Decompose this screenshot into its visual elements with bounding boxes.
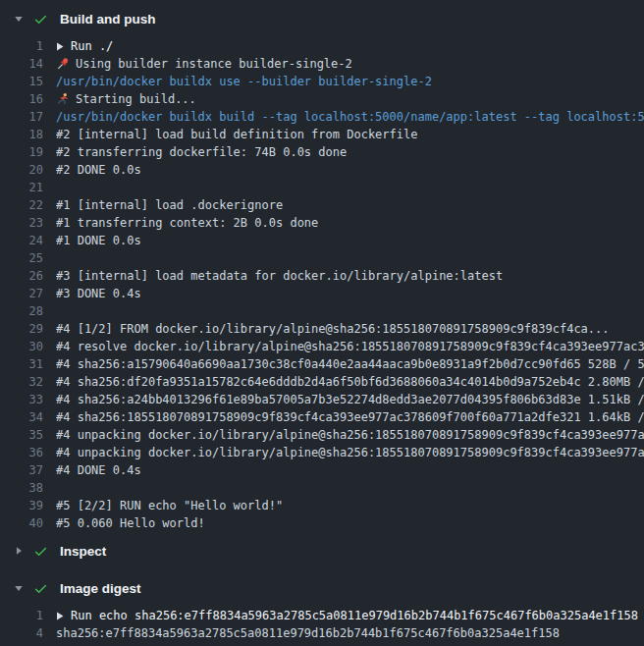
line-number[interactable]: 17 — [0, 108, 43, 126]
log-line: 35#4 unpacking docker.io/library/alpine@… — [0, 426, 644, 444]
line-number[interactable]: 4 — [0, 624, 43, 642]
line-number[interactable]: 37 — [0, 461, 43, 479]
line-number[interactable]: 34 — [0, 408, 43, 426]
line-number[interactable]: 21 — [0, 179, 43, 196]
line-number[interactable]: 14 — [0, 55, 43, 73]
log-text: #4 DONE 0.4s — [56, 461, 141, 479]
line-number[interactable]: 38 — [0, 479, 43, 497]
section-header-build-and-push[interactable]: Build and push — [0, 0, 644, 37]
line-number[interactable]: 22 — [0, 196, 43, 214]
line-number[interactable]: 18 — [0, 126, 43, 143]
log-text: #1 DONE 0.0s — [56, 232, 141, 249]
log-text: Using builder instance builder-single-2 — [56, 55, 352, 73]
log-text-content: #4 [1/2] FROM docker.io/library/alpine@s… — [56, 320, 610, 338]
line-number[interactable]: 35 — [0, 426, 43, 444]
run-expand-icon[interactable] — [56, 42, 64, 51]
log-text-content: #4 unpacking docker.io/library/alpine@sh… — [56, 426, 644, 444]
log-text: Run echo sha256:e7ff8834a5963a2785c5a081… — [56, 607, 638, 624]
chevron-down-icon[interactable] — [14, 14, 24, 24]
log-text-content: #1 transferring context: 2B 0.0s done — [56, 214, 318, 232]
log-text: #4 sha256:a24bb4013296f61e89ba57005a7b3e… — [56, 391, 644, 408]
log-line: 23#1 transferring context: 2B 0.0s done — [0, 214, 644, 232]
section-log-body: 1Run ./14Using builder instance builder-… — [0, 37, 644, 532]
log-line: 16Starting build... — [0, 90, 644, 108]
log-line: 1Run ./ — [0, 37, 644, 55]
line-number[interactable]: 28 — [0, 302, 43, 320]
log-line: 29#4 [1/2] FROM docker.io/library/alpine… — [0, 320, 644, 338]
log-text: #5 0.060 Hello world! — [56, 514, 205, 532]
log-text: Run ./ — [56, 37, 113, 55]
log-line: 28 — [0, 302, 644, 320]
check-icon — [33, 581, 48, 596]
log-line: 27#3 DONE 0.4s — [0, 285, 644, 302]
log-text-content: #4 resolve docker.io/library/alpine@sha2… — [56, 338, 644, 355]
log-text-content: #3 DONE 0.4s — [56, 285, 141, 302]
log-text-content: #4 sha256:df20fa9351a15782c64e6dddb2d4a6… — [56, 373, 644, 391]
section-header-inspect[interactable]: Inspect — [0, 532, 644, 569]
log-text-content: #4 unpacking docker.io/library/alpine@sh… — [56, 444, 644, 461]
log-line: 18#2 [internal] load build definition fr… — [0, 126, 644, 143]
log-text-content: #2 [internal] load build definition from… — [56, 126, 417, 143]
line-number[interactable]: 24 — [0, 232, 43, 249]
line-number[interactable]: 15 — [0, 73, 43, 90]
log-line: 1Run echo sha256:e7ff8834a5963a2785c5a08… — [0, 607, 644, 624]
line-number[interactable]: 1 — [0, 607, 43, 624]
log-text: sha256:e7ff8834a5963a2785c5a0811e979d16b… — [56, 624, 560, 642]
log-text-content: #4 DONE 0.4s — [56, 461, 141, 479]
line-number[interactable]: 39 — [0, 497, 43, 514]
log-text-content: /usr/bin/docker buildx use --builder bui… — [56, 73, 432, 90]
log-text-content: Starting build... — [76, 90, 196, 108]
log-text: #4 sha256:a15790640a6690aa1730c38cf0a440… — [56, 355, 644, 373]
log-text-content: Using builder instance builder-single-2 — [76, 55, 352, 73]
log-text: /usr/bin/docker buildx use --builder bui… — [56, 73, 432, 90]
check-icon — [33, 12, 48, 27]
section-header-image-digest[interactable]: Image digest — [0, 569, 644, 607]
log-line: 17/usr/bin/docker buildx build --tag loc… — [0, 108, 644, 126]
line-number[interactable]: 31 — [0, 355, 43, 373]
log-text: Starting build... — [56, 90, 196, 108]
line-number[interactable]: 27 — [0, 285, 43, 302]
section-title: Build and push — [60, 12, 156, 27]
line-number[interactable]: 33 — [0, 391, 43, 408]
chevron-down-icon[interactable] — [14, 583, 24, 593]
line-number[interactable]: 1 — [0, 37, 43, 55]
log-line: 22#1 [internal] load .dockerignore — [0, 196, 644, 214]
log-line: 14Using builder instance builder-single-… — [0, 55, 644, 73]
log-text-content: #1 [internal] load .dockerignore — [56, 196, 283, 214]
line-number[interactable]: 29 — [0, 320, 43, 338]
line-number[interactable]: 32 — [0, 373, 43, 391]
log-text: #3 [internal] load metadata for docker.i… — [56, 267, 503, 285]
runner-icon — [56, 92, 70, 106]
line-number[interactable]: 16 — [0, 90, 43, 108]
log-line: 15/usr/bin/docker buildx use --builder b… — [0, 73, 644, 90]
section-title: Inspect — [60, 544, 106, 559]
log-section-inspect: Inspect — [0, 532, 644, 569]
line-number[interactable]: 26 — [0, 267, 43, 285]
actions-log-viewer: Build and push1Run ./14Using builder ins… — [0, 0, 644, 646]
log-line: 38 — [0, 479, 644, 497]
log-text: #4 sha256:df20fa9351a15782c64e6dddb2d4a6… — [56, 373, 644, 391]
run-expand-icon[interactable] — [56, 612, 64, 620]
log-text: #2 [internal] load build definition from… — [56, 126, 417, 143]
log-text: #3 DONE 0.4s — [56, 285, 141, 302]
log-text-content: Run echo sha256:e7ff8834a5963a2785c5a081… — [71, 607, 638, 624]
log-line: 26#3 [internal] load metadata for docker… — [0, 267, 644, 285]
log-text: #2 DONE 0.0s — [56, 161, 141, 179]
log-line: 39#5 [2/2] RUN echo "Hello world!" — [0, 497, 644, 514]
line-number[interactable]: 30 — [0, 338, 43, 355]
log-line: 31#4 sha256:a15790640a6690aa1730c38cf0a4… — [0, 355, 644, 373]
line-number[interactable]: 23 — [0, 214, 43, 232]
log-line: 24#1 DONE 0.0s — [0, 232, 644, 249]
chevron-right-icon[interactable] — [14, 546, 24, 556]
log-line: 25 — [0, 249, 644, 267]
line-number[interactable]: 40 — [0, 514, 43, 532]
line-number[interactable]: 20 — [0, 161, 43, 179]
line-number[interactable]: 19 — [0, 143, 43, 161]
log-section-image-digest: Image digest1Run echo sha256:e7ff8834a59… — [0, 569, 644, 642]
line-number[interactable]: 36 — [0, 444, 43, 461]
line-number[interactable]: 25 — [0, 249, 43, 267]
log-line: 33#4 sha256:a24bb4013296f61e89ba57005a7b… — [0, 391, 644, 408]
log-text: #1 transferring context: 2B 0.0s done — [56, 214, 318, 232]
log-line: 19#2 transferring dockerfile: 74B 0.0s d… — [0, 143, 644, 161]
log-line: 36#4 unpacking docker.io/library/alpine@… — [0, 444, 644, 461]
